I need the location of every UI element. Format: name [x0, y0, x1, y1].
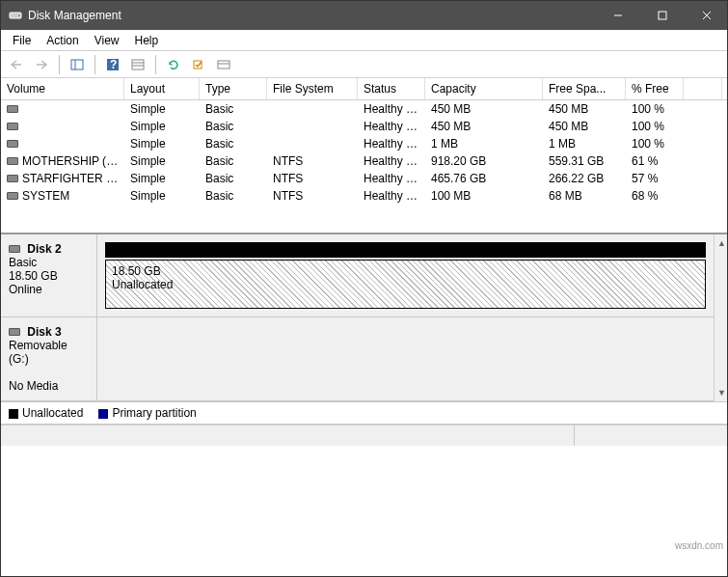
toolbar: ?: [1, 51, 728, 78]
menu-help[interactable]: Help: [127, 32, 167, 49]
svg-rect-14: [218, 61, 229, 69]
volume-cell: [684, 101, 722, 117]
volume-cell: Simple: [124, 119, 200, 134]
settings-button[interactable]: [126, 54, 149, 75]
volume-row[interactable]: STARFIGHTER (A:)SimpleBasicNTFSHealthy (…: [1, 170, 728, 187]
volume-cell: Basic: [200, 188, 267, 204]
toolbar-separator: [155, 55, 156, 74]
menu-file[interactable]: File: [5, 32, 39, 49]
show-hide-tree-button[interactable]: [66, 54, 89, 75]
col-type[interactable]: Type: [200, 78, 267, 99]
volume-icon: [7, 175, 18, 182]
volume-cell: Basic: [200, 119, 267, 134]
volume-cell: STARFIGHTER (A:): [1, 171, 124, 186]
col-status[interactable]: Status: [358, 78, 425, 99]
volume-cell: Healthy (P...: [358, 136, 425, 151]
volume-cell: MOTHERSHIP (C:): [1, 153, 124, 169]
col-capacity[interactable]: Capacity: [425, 78, 543, 99]
volume-cell: 100 %: [626, 119, 684, 134]
watermark: wsxdn.com: [675, 540, 723, 551]
legend: Unallocated Primary partition: [1, 401, 728, 425]
window-title: Disk Management: [28, 9, 596, 22]
volume-cell: [267, 101, 358, 117]
volume-cell: 465.76 GB: [425, 171, 543, 186]
swatch-unallocated: [9, 409, 18, 419]
svg-point-1: [18, 14, 20, 16]
volume-list: Volume Layout Type File System Status Ca…: [1, 78, 728, 205]
volume-cell: Healthy (R...: [358, 101, 425, 117]
volume-cell: [684, 188, 722, 204]
list-button[interactable]: [212, 54, 235, 75]
vertical-scrollbar[interactable]: ▲ ▼: [714, 234, 728, 401]
disk-row-disk2[interactable]: Disk 2 Basic 18.50 GB Online 18.50 GB Un…: [1, 234, 714, 317]
volume-cell: Healthy (P...: [358, 171, 425, 186]
menu-action[interactable]: Action: [39, 32, 86, 49]
disk-name: Disk 3: [27, 325, 61, 339]
volume-cell: 100 %: [626, 101, 684, 117]
col-extra[interactable]: [684, 78, 722, 99]
volume-cell: 450 MB: [543, 119, 626, 134]
menu-bar: File Action View Help: [1, 30, 728, 51]
col-freespace[interactable]: Free Spa...: [543, 78, 626, 99]
volume-row[interactable]: SYSTEMSimpleBasicNTFSHealthy (S...100 MB…: [1, 187, 728, 205]
disk-state: Online: [9, 283, 42, 296]
spacer: [1, 205, 728, 234]
unallocated-partition[interactable]: 18.50 GB Unallocated: [105, 260, 706, 309]
refresh-button[interactable]: [162, 54, 185, 75]
toolbar-separator: [59, 55, 60, 74]
volume-cell: SYSTEM: [1, 188, 124, 204]
disk-name: Disk 2: [27, 242, 61, 256]
volume-cell: [1, 101, 124, 117]
partition-size: 18.50 GB: [112, 264, 161, 278]
toolbar-separator: [94, 55, 95, 74]
volume-cell: NTFS: [267, 188, 358, 204]
svg-rect-10: [132, 60, 144, 69]
volume-cell: 68 MB: [543, 188, 626, 204]
disk-type: Removable (G:): [9, 339, 67, 366]
app-icon: [9, 9, 22, 22]
swatch-primary: [98, 409, 108, 419]
disk-type: Basic: [9, 256, 37, 269]
volume-cell: Simple: [124, 188, 200, 204]
volume-cell: Simple: [124, 153, 200, 169]
volume-cell: Simple: [124, 171, 200, 186]
forward-button[interactable]: [30, 54, 53, 75]
volume-cell: NTFS: [267, 171, 358, 186]
volume-cell: 918.20 GB: [425, 153, 543, 169]
disk-row-disk3[interactable]: Disk 3 Removable (G:) No Media: [1, 317, 714, 401]
back-button[interactable]: [5, 54, 28, 75]
partition-bar[interactable]: [105, 242, 706, 258]
disk-graphical-view: Disk 2 Basic 18.50 GB Online 18.50 GB Un…: [1, 234, 728, 401]
volume-cell: 57 %: [626, 171, 684, 186]
col-pctfree[interactable]: % Free: [626, 78, 684, 99]
disk-size: 18.50 GB: [9, 269, 58, 283]
volume-cell: 450 MB: [425, 119, 543, 134]
legend-primary: Primary partition: [98, 406, 196, 420]
action-button[interactable]: [187, 54, 210, 75]
legend-unallocated: Unallocated: [9, 406, 83, 420]
volume-cell: Healthy (R...: [358, 119, 425, 134]
volume-header-row: Volume Layout Type File System Status Ca…: [1, 78, 728, 100]
svg-text:?: ?: [110, 58, 117, 71]
volume-cell: Basic: [200, 153, 267, 169]
scroll-up-icon[interactable]: ▲: [717, 238, 726, 248]
scroll-down-icon[interactable]: ▼: [717, 388, 726, 398]
partition-state: Unallocated: [112, 278, 173, 291]
close-button[interactable]: [685, 1, 728, 30]
maximize-button[interactable]: [640, 1, 685, 30]
disk-partition-area: 18.50 GB Unallocated: [97, 234, 714, 316]
minimize-button[interactable]: [596, 1, 640, 30]
col-layout[interactable]: Layout: [124, 78, 200, 99]
help-button[interactable]: ?: [101, 54, 124, 75]
volume-cell: Healthy (S...: [358, 188, 425, 204]
volume-cell: Basic: [200, 136, 267, 151]
volume-row[interactable]: SimpleBasicHealthy (R...450 MB450 MB100 …: [1, 100, 728, 118]
volume-cell: NTFS: [267, 153, 358, 169]
volume-row[interactable]: SimpleBasicHealthy (R...450 MB450 MB100 …: [1, 118, 728, 135]
menu-view[interactable]: View: [87, 32, 127, 49]
volume-row[interactable]: MOTHERSHIP (C:)SimpleBasicNTFSHealthy (B…: [1, 152, 728, 170]
col-filesystem[interactable]: File System: [267, 78, 358, 99]
disk-header: Disk 3 Removable (G:) No Media: [1, 317, 97, 400]
volume-row[interactable]: SimpleBasicHealthy (P...1 MB1 MB100 %: [1, 135, 728, 152]
col-volume[interactable]: Volume: [1, 78, 124, 99]
